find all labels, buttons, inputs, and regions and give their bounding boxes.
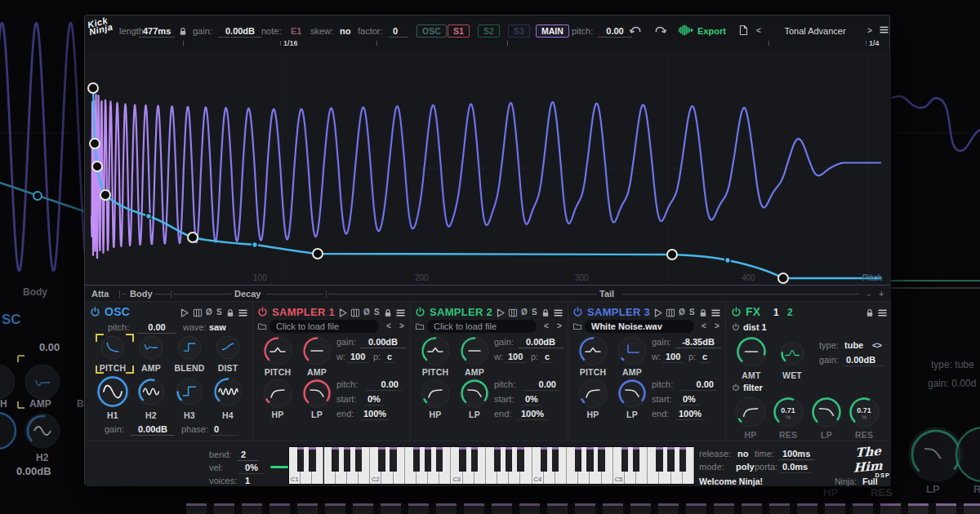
sampler3-gain-value[interactable]: -8.35dB xyxy=(675,337,721,348)
sampler3-pitch-value[interactable]: 0.00 xyxy=(681,379,717,391)
osc-blend-knob[interactable] xyxy=(177,335,202,360)
sampler3-hp-knob[interactable] xyxy=(578,379,608,408)
preset-file-icon[interactable] xyxy=(738,24,748,36)
osc-h3-knob[interactable] xyxy=(176,378,203,405)
osc-menu-icon[interactable] xyxy=(238,308,248,318)
zoom-out-button[interactable]: - xyxy=(867,289,871,299)
fx-amt-knob[interactable] xyxy=(736,336,767,367)
sampler3-folder-icon[interactable] xyxy=(572,321,582,331)
sampler2-solo-icon[interactable]: S xyxy=(532,308,537,317)
osc-phase-value[interactable]: 0 xyxy=(211,424,238,436)
fx-power-icon[interactable] xyxy=(731,307,742,317)
sampler1-gain-value[interactable]: 0.00dB xyxy=(360,337,406,348)
sampler2-pianoroll-icon[interactable] xyxy=(508,308,518,318)
preset-name[interactable]: Tonal Advancer xyxy=(769,26,861,36)
zoom-in-button[interactable]: + xyxy=(879,289,884,299)
sampler1-pitch-value[interactable]: 0.00 xyxy=(366,379,402,391)
sampler3-p-value[interactable]: c xyxy=(699,352,710,363)
sampler3-pitch-knob[interactable] xyxy=(578,336,608,366)
piano-key-black[interactable] xyxy=(517,447,523,472)
piano-key-black[interactable] xyxy=(459,447,466,472)
tab-main[interactable]: MAIN xyxy=(536,24,569,38)
sampler3-file-next[interactable]: > xyxy=(715,321,719,330)
piano-key-black[interactable] xyxy=(586,447,593,472)
piano-key-black[interactable] xyxy=(494,447,501,472)
piano-key-black[interactable] xyxy=(309,447,315,472)
bend-value[interactable]: 2 xyxy=(237,450,258,461)
piano-key-black[interactable] xyxy=(506,447,512,472)
sampler3-start-value[interactable]: 0% xyxy=(679,394,699,405)
envelope-node[interactable] xyxy=(313,249,323,259)
piano-key-black[interactable] xyxy=(656,447,662,472)
sampler1-start-value[interactable]: 0% xyxy=(364,394,384,405)
tab-s3[interactable]: S3 xyxy=(508,24,530,38)
voices-value[interactable]: 1 xyxy=(245,476,250,485)
filter-lp-knob[interactable] xyxy=(811,397,842,428)
envelope-node[interactable] xyxy=(90,139,100,148)
sampler2-hp-knob[interactable] xyxy=(421,379,450,408)
segment-decay[interactable]: Decay xyxy=(234,289,261,299)
piano-key-black[interactable] xyxy=(355,447,362,472)
piano-keyboard[interactable]: C1C2C3C4C5 xyxy=(288,446,695,485)
piano-key-black[interactable] xyxy=(552,447,559,472)
undo-icon[interactable] xyxy=(629,24,643,36)
sampler2-menu-icon[interactable] xyxy=(553,308,564,318)
piano-key-black[interactable] xyxy=(413,447,420,472)
length-value[interactable]: 477ms xyxy=(139,26,175,38)
time-value[interactable]: 100ms xyxy=(778,449,814,460)
master-pitch-value[interactable]: 0.00 xyxy=(598,26,632,38)
filter-power-icon[interactable] xyxy=(732,383,740,392)
osc-h1-knob[interactable] xyxy=(96,375,129,408)
fx-wet-knob[interactable] xyxy=(780,341,804,366)
segment-body[interactable]: Body xyxy=(130,289,153,299)
tab-s1[interactable]: S1 xyxy=(448,24,470,38)
sampler2-gain-value[interactable]: 0.00dB xyxy=(518,337,564,348)
sampler1-w-value[interactable]: 100 xyxy=(347,352,368,363)
sampler2-file-prev[interactable]: < xyxy=(544,321,549,330)
osc-power-icon[interactable] xyxy=(90,307,100,317)
sampler1-null-icon[interactable]: Ø xyxy=(363,308,370,317)
envelope-node[interactable] xyxy=(667,250,677,259)
piano-key-black[interactable] xyxy=(633,447,639,472)
envelope-node[interactable] xyxy=(188,233,198,242)
fx-type-value[interactable]: tube xyxy=(844,340,863,350)
mode-value[interactable]: poly xyxy=(736,462,755,472)
sampler2-lp-knob[interactable] xyxy=(460,379,489,408)
piano-key-black[interactable] xyxy=(332,447,338,472)
sampler1-solo-icon[interactable]: S xyxy=(374,308,380,317)
piano-key-black[interactable] xyxy=(598,447,604,472)
sampler1-file-next[interactable]: > xyxy=(399,321,404,330)
filter-res1-value[interactable]: 0.71 xyxy=(773,406,804,414)
osc-lock-icon[interactable] xyxy=(225,308,235,318)
piano-key-black[interactable] xyxy=(425,447,431,472)
sampler1-folder-icon[interactable] xyxy=(257,321,267,331)
tab-s2[interactable]: S2 xyxy=(478,24,500,38)
sampler3-solo-icon[interactable]: S xyxy=(689,308,695,317)
segment-timeline[interactable]: Atta Body Decay Tail - + xyxy=(85,285,891,302)
osc-amp-knob[interactable] xyxy=(139,335,163,360)
gain-value[interactable]: 0.00dB xyxy=(218,26,262,38)
sampler2-p-value[interactable]: c xyxy=(541,352,553,363)
sampler1-power-icon[interactable] xyxy=(257,307,268,317)
sampler2-file-next[interactable]: > xyxy=(557,321,562,330)
sampler2-null-icon[interactable]: Ø xyxy=(521,308,528,317)
fx-type-arrows[interactable]: <> xyxy=(872,340,881,350)
preset-next-button[interactable]: > xyxy=(867,26,872,35)
piano-key-black[interactable] xyxy=(575,447,581,472)
vel-value[interactable]: 0% xyxy=(238,463,265,474)
sampler2-pitch-knob[interactable] xyxy=(421,336,450,366)
sampler3-file-name[interactable]: White Noise.wav xyxy=(591,321,662,331)
sampler2-play-icon[interactable] xyxy=(496,308,506,318)
osc-wave-value[interactable]: saw xyxy=(209,322,226,332)
piano-key-black[interactable] xyxy=(344,447,350,472)
osc-play-icon[interactable] xyxy=(180,308,189,318)
segment-tail[interactable]: Tail xyxy=(599,289,614,299)
sampler2-power-icon[interactable] xyxy=(415,307,425,317)
waveform-and-pitch-envelope[interactable] xyxy=(85,51,891,285)
piano-key-black[interactable] xyxy=(667,447,674,472)
lock-icon[interactable] xyxy=(178,26,188,37)
envelope-curve-handle[interactable] xyxy=(252,242,258,248)
note-value[interactable]: E1 xyxy=(291,26,301,36)
sampler3-w-value[interactable]: 100 xyxy=(662,352,684,363)
osc-pitch-value[interactable]: 0.00 xyxy=(137,322,176,334)
